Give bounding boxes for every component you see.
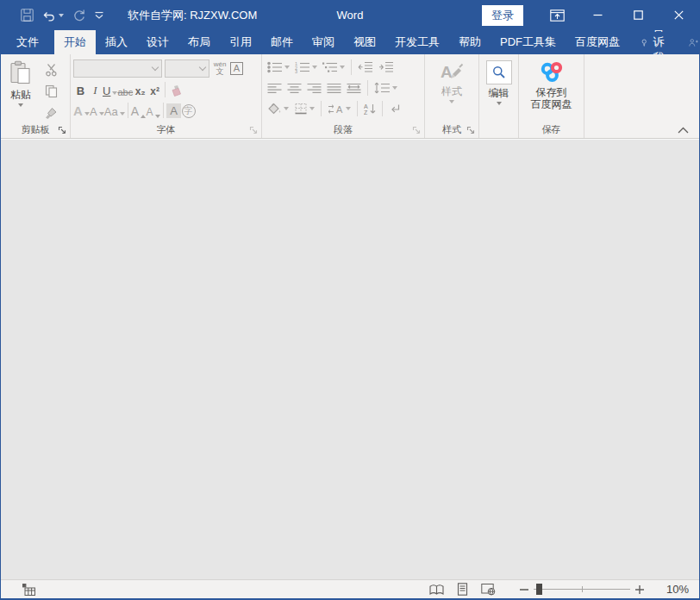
- grow-font-button[interactable]: A: [131, 102, 146, 120]
- font-size-combobox[interactable]: [165, 59, 209, 78]
- zoom-level[interactable]: 10%: [654, 583, 689, 596]
- shrink-font-button[interactable]: A: [146, 102, 160, 120]
- italic-button[interactable]: I: [88, 81, 103, 99]
- paste-button[interactable]: 粘贴: [1, 57, 41, 122]
- tab-baidu-netdisk[interactable]: 百度网盘: [566, 30, 629, 54]
- superscript-button[interactable]: x²: [147, 81, 162, 99]
- line-spacing-button[interactable]: [372, 79, 399, 97]
- multilevel-dropdown-arrow[interactable]: [340, 66, 345, 69]
- change-case-button[interactable]: Aa: [104, 102, 125, 120]
- minimize-button[interactable]: [578, 0, 618, 30]
- close-button[interactable]: [659, 0, 699, 30]
- collapse-ribbon-button[interactable]: [678, 127, 689, 134]
- read-mode-button[interactable]: [423, 580, 449, 598]
- tab-help[interactable]: 帮助: [449, 30, 491, 54]
- redo-button[interactable]: [68, 5, 90, 26]
- share-button[interactable]: 共享: [678, 30, 700, 54]
- bold-button[interactable]: B: [73, 81, 88, 99]
- numbering-dropdown-arrow[interactable]: [312, 66, 317, 69]
- styles-dialog-launcher[interactable]: [466, 125, 475, 134]
- subscript-button[interactable]: x₂: [133, 81, 147, 99]
- asian-layout-glyph: A: [336, 104, 343, 115]
- web-layout-button[interactable]: [475, 580, 501, 598]
- text-effects-button[interactable]: A: [73, 102, 90, 120]
- asian-layout-dropdown-arrow[interactable]: [346, 107, 351, 110]
- print-layout-button[interactable]: [449, 580, 475, 598]
- align-left-button[interactable]: [266, 79, 284, 97]
- clipboard-dialog-launcher[interactable]: [57, 125, 66, 134]
- tab-layout[interactable]: 布局: [178, 30, 220, 54]
- copy-button[interactable]: [41, 83, 61, 100]
- format-painter-button[interactable]: [41, 104, 61, 122]
- shading-dropdown-arrow[interactable]: [284, 107, 289, 110]
- tell-me-box[interactable]: 告诉我: [633, 30, 678, 54]
- numbering-button[interactable]: 1 2 3: [293, 59, 319, 76]
- line-spacing-dropdown-arrow[interactable]: [392, 86, 397, 90]
- macro-icon: [22, 584, 35, 596]
- ribbon-display-options-button[interactable]: [537, 0, 578, 30]
- tab-view[interactable]: 视图: [344, 30, 385, 54]
- zoom-slider-thumb[interactable]: [536, 584, 542, 595]
- align-center-button[interactable]: [285, 79, 303, 97]
- editing-button[interactable]: 编辑: [486, 57, 512, 122]
- paragraph-dialog-launcher[interactable]: [411, 125, 421, 134]
- editing-button-label: 编辑: [489, 87, 509, 99]
- bullets-dropdown-arrow[interactable]: [284, 66, 290, 69]
- app-name: Word: [337, 0, 364, 30]
- cut-button[interactable]: [41, 61, 61, 78]
- character-shading-button[interactable]: A: [166, 102, 181, 120]
- editing-dropdown-arrow[interactable]: [497, 102, 502, 105]
- undo-dropdown-arrow[interactable]: [59, 14, 64, 17]
- underline-button[interactable]: U: [103, 81, 117, 99]
- sort-button[interactable]: A Z: [362, 100, 378, 117]
- increase-indent-button[interactable]: [377, 59, 396, 76]
- font-dialog-launcher[interactable]: [248, 125, 258, 134]
- borders-dropdown-arrow[interactable]: [309, 107, 315, 110]
- enclose-character-button[interactable]: 字: [181, 102, 196, 120]
- multilevel-list-button[interactable]: [321, 59, 347, 76]
- macro-recording-button[interactable]: [22, 584, 35, 596]
- tab-developer[interactable]: 开发工具: [385, 30, 449, 54]
- shading-button[interactable]: [266, 100, 291, 117]
- strikethrough-button[interactable]: abc: [117, 81, 133, 99]
- phonetic-guide-button[interactable]: wén 文: [212, 61, 228, 75]
- save-to-label-line2: 百度网盘: [531, 98, 572, 110]
- bullets-button[interactable]: [266, 59, 291, 76]
- font-name-combobox[interactable]: [73, 59, 162, 78]
- clear-formatting-button[interactable]: [168, 81, 183, 99]
- tab-references[interactable]: 引用: [220, 30, 261, 54]
- font-group-label: 字体: [157, 123, 176, 136]
- font-color-dropdown-arrow[interactable]: [99, 112, 104, 116]
- distribute-button[interactable]: [345, 79, 363, 97]
- tab-home[interactable]: 开始: [54, 30, 96, 54]
- tab-pdf-tools[interactable]: PDF工具集: [491, 30, 566, 54]
- paste-dropdown-arrow[interactable]: [18, 103, 23, 107]
- tab-file[interactable]: 文件: [4, 30, 51, 54]
- undo-button[interactable]: [38, 5, 68, 26]
- decrease-indent-button[interactable]: [356, 59, 375, 76]
- show-hide-marks-button[interactable]: [387, 100, 403, 117]
- tab-design[interactable]: 设计: [137, 30, 178, 54]
- document-area[interactable]: [1, 139, 699, 579]
- borders-button[interactable]: [292, 100, 316, 117]
- justify-button[interactable]: [325, 79, 343, 97]
- zoom-in-button[interactable]: [630, 580, 649, 598]
- zoom-out-button[interactable]: [515, 580, 534, 598]
- tab-mailings[interactable]: 邮件: [261, 30, 303, 54]
- zoom-slider[interactable]: [534, 580, 630, 598]
- styles-button[interactable]: A 样式: [439, 57, 465, 122]
- enclose-characters-button[interactable]: A: [230, 62, 243, 75]
- align-right-button[interactable]: [305, 79, 323, 97]
- login-button[interactable]: 登录: [482, 5, 523, 26]
- font-color-button[interactable]: A: [90, 102, 104, 120]
- tab-review[interactable]: 审阅: [303, 30, 344, 54]
- tab-insert[interactable]: 插入: [96, 30, 137, 54]
- change-case-dropdown-arrow[interactable]: [120, 112, 125, 116]
- save-button[interactable]: [16, 5, 38, 26]
- save-to-baidu-netdisk-button[interactable]: 保存到 百度网盘: [531, 57, 572, 122]
- customize-quick-access-button[interactable]: [90, 5, 109, 26]
- maximize-button[interactable]: [618, 0, 659, 30]
- justify-icon: [327, 83, 341, 94]
- styles-dropdown-arrow[interactable]: [449, 100, 454, 103]
- asian-layout-button[interactable]: A: [326, 100, 353, 117]
